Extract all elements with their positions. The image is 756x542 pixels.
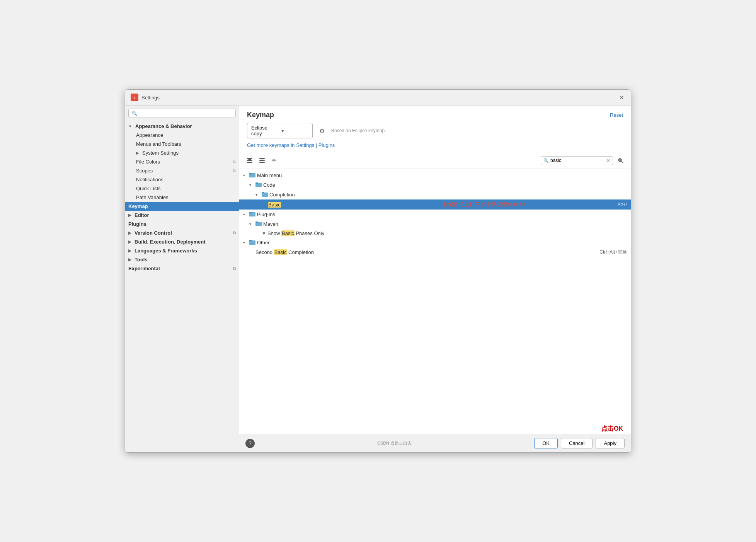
sidebar-item-experimental[interactable]: Experimental ⧉ bbox=[125, 264, 239, 273]
sidebar-item-notifications[interactable]: Notifications bbox=[125, 175, 239, 184]
tree-item-show-basic-phases[interactable]: ▼ Show Basic Phases Only bbox=[239, 229, 631, 238]
tree-item-label: Main menu bbox=[257, 172, 627, 178]
tree-container: ▾ Main menu ▾ Code ▾ bbox=[239, 169, 631, 423]
tree-item-main-menu[interactable]: ▾ Main menu bbox=[239, 170, 631, 180]
tree-item-label: Code bbox=[263, 182, 627, 188]
sidebar-item-label: Notifications bbox=[136, 177, 163, 182]
chevron-right-icon: ▶ bbox=[128, 249, 133, 253]
chevron-right-icon: ▶ bbox=[128, 257, 133, 262]
tree-item-label: Plug-ins bbox=[257, 211, 627, 217]
folder-icon bbox=[255, 221, 262, 227]
folder-icon bbox=[249, 172, 255, 179]
folder-icon bbox=[262, 191, 268, 198]
folder-icon bbox=[249, 239, 255, 246]
sidebar-item-plugins[interactable]: Plugins bbox=[125, 220, 239, 228]
main-content: 🔍 ▾ Appearance & Behavior Appearance Men… bbox=[125, 106, 631, 452]
sidebar-search-input[interactable] bbox=[139, 111, 232, 116]
sidebar-item-label: Menus and Toolbars bbox=[136, 141, 181, 147]
csdn-note: CSDN @是走出去 bbox=[258, 440, 531, 446]
tree-item-label: Maven bbox=[263, 221, 627, 227]
sidebar-item-label: Languages & Frameworks bbox=[135, 248, 197, 254]
help-button[interactable]: ? bbox=[245, 439, 255, 448]
svg-rect-20 bbox=[249, 212, 252, 213]
sidebar-item-build-execution[interactable]: ▶ Build, Execution, Deployment bbox=[125, 237, 239, 246]
search-input[interactable] bbox=[550, 158, 604, 163]
sidebar-item-label: Appearance bbox=[136, 132, 163, 138]
shortcut-alt-slash: Alt+/ bbox=[618, 202, 627, 207]
chevron-down-icon: ▾ bbox=[281, 128, 308, 134]
sidebar-item-menus-toolbars[interactable]: Menus and Toolbars bbox=[125, 140, 239, 148]
sidebar-item-appearance[interactable]: Appearance bbox=[125, 131, 239, 140]
copy-icon: ⧉ bbox=[233, 159, 236, 164]
sidebar-item-path-variables[interactable]: Path Variables bbox=[125, 193, 239, 202]
chevron-right-icon: ▶ bbox=[128, 213, 133, 217]
svg-rect-18 bbox=[262, 192, 264, 193]
sidebar-item-scopes[interactable]: Scopes ⧉ bbox=[125, 166, 239, 175]
sidebar: 🔍 ▾ Appearance & Behavior Appearance Men… bbox=[125, 106, 239, 452]
reset-button[interactable]: Reset bbox=[610, 112, 623, 118]
copy-icon: ⧉ bbox=[233, 230, 236, 235]
clear-search-button[interactable]: ✕ bbox=[606, 158, 610, 164]
nav-section: ▾ Appearance & Behavior Appearance Menus… bbox=[125, 121, 239, 274]
highlight-basic: Basic bbox=[274, 249, 287, 255]
sidebar-item-languages-frameworks[interactable]: ▶ Languages & Frameworks bbox=[125, 246, 239, 255]
svg-text:!: ! bbox=[134, 96, 135, 100]
find-in-path-button[interactable] bbox=[615, 155, 625, 165]
sidebar-item-quick-lists[interactable]: Quick Lists bbox=[125, 184, 239, 193]
keymap-title: Keymap bbox=[247, 111, 274, 119]
sidebar-item-label: File Colors bbox=[136, 159, 160, 165]
tree-item-second-basic-completion[interactable]: Second Basic Completion Ctrl+Alt+空格 bbox=[239, 247, 631, 257]
sidebar-item-editor[interactable]: ▶ Editor bbox=[125, 211, 239, 220]
titlebar-left: ! Settings bbox=[131, 94, 160, 101]
sidebar-item-label: Keymap bbox=[128, 203, 148, 209]
sidebar-item-label: Path Variables bbox=[136, 194, 169, 200]
chevron-down-icon: ▾ bbox=[255, 193, 262, 197]
copy-icon: ⧉ bbox=[233, 266, 236, 271]
keymap-dropdown[interactable]: Eclipse copy ▾ bbox=[247, 123, 313, 138]
tree-item-basic[interactable]: Basic 要记得把之前的那个快捷键remove Alt+/ bbox=[239, 199, 631, 210]
search-field[interactable]: 🔍 ✕ bbox=[541, 156, 613, 165]
based-on-text: Based on Eclipse keymap bbox=[331, 128, 385, 133]
tree-item-label: Show Basic Phases Only bbox=[267, 230, 627, 236]
annotation-remove-text: 要记得把之前的那个快捷键remove bbox=[443, 201, 617, 208]
sidebar-item-label: Build, Execution, Deployment bbox=[135, 239, 205, 245]
copy-icon: ⧉ bbox=[233, 168, 236, 173]
sidebar-item-appearance-behavior[interactable]: ▾ Appearance & Behavior bbox=[125, 122, 239, 131]
sidebar-item-file-colors[interactable]: File Colors ⧉ bbox=[125, 157, 239, 166]
chevron-right-icon: ▶ bbox=[136, 151, 141, 155]
tree-item-completion[interactable]: ▾ Completion bbox=[239, 190, 631, 199]
sidebar-item-label: System Settings bbox=[142, 150, 179, 156]
titlebar: ! Settings ✕ bbox=[125, 90, 631, 106]
svg-point-10 bbox=[618, 159, 621, 162]
edit-button[interactable]: ✏ bbox=[269, 155, 279, 165]
tree-item-code[interactable]: ▾ Code bbox=[239, 180, 631, 190]
apply-button[interactable]: Apply bbox=[596, 438, 625, 448]
sidebar-item-system-settings[interactable]: ▶ System Settings bbox=[125, 148, 239, 157]
panel-title: Keymap Reset bbox=[247, 111, 623, 119]
collapse-all-button[interactable] bbox=[257, 155, 267, 165]
tree-item-maven[interactable]: ▾ Maven bbox=[239, 219, 631, 229]
tree-item-plug-ins[interactable]: ▾ Plug-ins bbox=[239, 210, 631, 219]
svg-rect-8 bbox=[259, 162, 265, 163]
tree-item-label: Basic bbox=[268, 202, 443, 208]
svg-rect-2 bbox=[247, 158, 252, 159]
search-icon: 🔍 bbox=[543, 158, 549, 163]
sidebar-search-box[interactable]: 🔍 bbox=[128, 109, 236, 118]
chevron-down-icon: ▾ bbox=[243, 240, 249, 245]
sidebar-item-tools[interactable]: ▶ Tools bbox=[125, 255, 239, 264]
chevron-down-icon: ▾ bbox=[249, 183, 255, 187]
ok-button[interactable]: OK bbox=[534, 438, 558, 448]
keymap-selector-row: Eclipse copy ▾ ⚙ Based on Eclipse keymap bbox=[247, 123, 623, 138]
sidebar-item-keymap[interactable]: Keymap bbox=[125, 202, 239, 211]
sidebar-item-label: Tools bbox=[135, 257, 148, 262]
expand-all-button[interactable] bbox=[245, 155, 255, 165]
svg-point-12 bbox=[619, 159, 621, 161]
tree-item-other[interactable]: ▾ Other bbox=[239, 238, 631, 247]
sidebar-item-label: Scopes bbox=[136, 168, 153, 174]
sidebar-item-version-control[interactable]: ▶ Version Control ⧉ bbox=[125, 228, 239, 237]
get-more-link[interactable]: Get more keymaps in Settings | Plugins bbox=[247, 142, 623, 152]
cancel-button[interactable]: Cancel bbox=[561, 438, 593, 448]
gear-button[interactable]: ⚙ bbox=[317, 125, 327, 136]
get-more-anchor[interactable]: Get more keymaps in Settings | Plugins bbox=[247, 142, 335, 148]
close-button[interactable]: ✕ bbox=[618, 94, 625, 101]
